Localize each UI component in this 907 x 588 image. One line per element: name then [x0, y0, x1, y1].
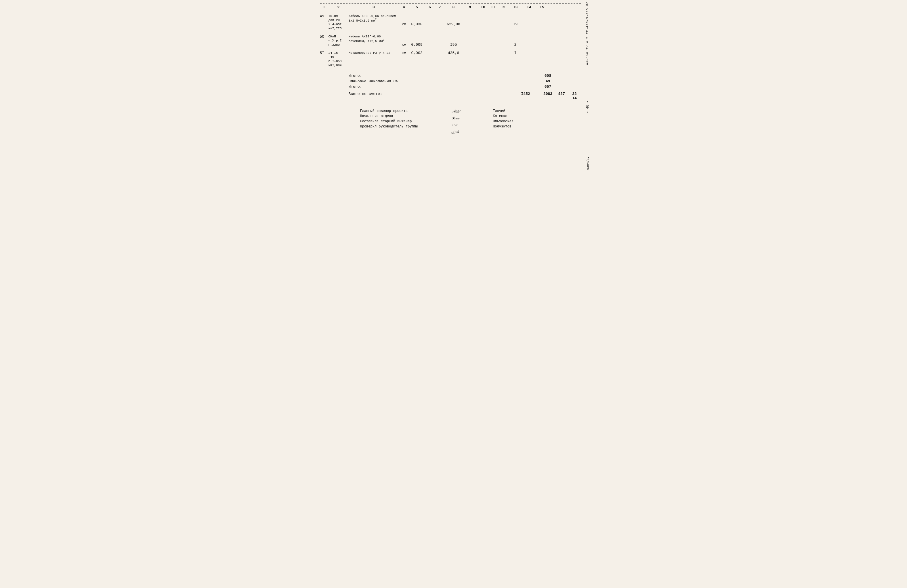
- summary-itogo1: Итого: 608: [320, 73, 581, 79]
- sig-name-3: Ольховская: [493, 119, 513, 123]
- sig-role-2: Начальник отдела: [360, 114, 418, 118]
- separator-thick: [320, 71, 581, 71]
- table-row: 5I 24-I6- -49 п.I-053 к=I,089 Металлорук…: [320, 50, 581, 68]
- sig-hw-3: лос.: [452, 123, 459, 128]
- sig-hw-1: 𝒩𝒾𝓉𝒹: [451, 109, 460, 115]
- table-row: 49 I5-09 доп.20 т.4-052 к=I,II5 Кабель К…: [320, 13, 581, 31]
- row-name: Кабель АКВВГ-0,66 сечением, 4+2,5 мм2: [349, 35, 399, 43]
- row-ref: I5-09 доп.20 т.4-052 к=I,II5: [329, 14, 349, 30]
- summary-vsego-c13: 2083: [541, 92, 555, 100]
- sig-role-1: Главный инженер проекта: [360, 109, 418, 113]
- col-header-9: 9: [462, 5, 478, 10]
- row-c13: I: [508, 51, 523, 55]
- col-header-1: I: [320, 5, 329, 10]
- row-c5: 0,030: [409, 14, 425, 26]
- sig-role-3: Составила старший инженер: [360, 119, 418, 123]
- summary-itogo2-val: 657: [541, 85, 555, 89]
- row-unit: км: [399, 51, 409, 55]
- col-header-11: II: [488, 5, 498, 10]
- col-header-5: 5: [409, 5, 425, 10]
- summary-itogo2-label: Итого:: [349, 85, 431, 89]
- col-header-2: 2: [329, 5, 349, 10]
- summary-vsego-label: Всего по смете:: [349, 92, 431, 100]
- summary-label: Итого:: [349, 74, 431, 78]
- sig-name-4: Полуэктов: [493, 125, 513, 128]
- summary-vsego-c14: 427: [555, 92, 568, 100]
- row-num: 5I: [320, 51, 329, 55]
- row-unit: км: [399, 14, 409, 26]
- row-unit: км: [399, 35, 409, 47]
- summary-planned-label: Плановые накопления 8%: [349, 79, 431, 83]
- page-num-bottom: 9394/17: [586, 157, 590, 170]
- col-header-12: I2: [498, 5, 508, 10]
- row-c5: 0,009: [409, 35, 425, 47]
- sig-role-4: Проверил руководитель группы: [360, 125, 418, 128]
- col-header-14: I4: [523, 5, 536, 10]
- row-c13: 2: [508, 35, 523, 47]
- sig-signatures-block: 𝒩𝒾𝓉𝒹 𝒫𝓇𝓊𝒶 лос. oBud: [435, 109, 476, 136]
- doc-number: ТР-403-3-085.86: [586, 2, 589, 34]
- summary-itogo2: Итого: 657: [320, 84, 581, 90]
- column-header-row: I 2 3 4 5 6 7 8 9 IO II I2 I3 I4 I5: [320, 3, 581, 11]
- col-header-10: IO: [478, 5, 488, 10]
- table-row: 50 СНиП ч.У р.I п.2280 Кабель АКВВГ-0,66…: [320, 34, 581, 48]
- summary-planned: Плановые накопления 8% 49: [320, 79, 581, 84]
- col-header-6: 6: [425, 5, 435, 10]
- album-label: Альбом IV ч.5: [586, 37, 589, 65]
- col-header-8: 8: [445, 5, 462, 10]
- side-label-top: ТР-403-3-085.86 Альбом IV ч.5: [585, 0, 590, 178]
- summary-planned-val: 49: [541, 79, 555, 83]
- row-name: Металлорукав РЗ-у-х-32: [349, 51, 399, 55]
- signature-section: Главный инженер проекта Начальник отдела…: [360, 109, 587, 136]
- col-header-3: 3: [349, 5, 399, 10]
- row-ref: СНиП ч.У р.I п.2280: [329, 35, 349, 47]
- sig-names: Топчий Котенко Ольховская Полуэктов: [493, 109, 513, 136]
- row-c8: I95: [445, 35, 462, 47]
- sig-name-2: Котенко: [493, 114, 513, 118]
- row-num: 50: [320, 35, 329, 39]
- summary-vsego: Всего по смете: I452 2083 427 32 I4: [320, 91, 581, 101]
- row-c8: 629,98: [445, 14, 462, 26]
- sig-name-1: Топчий: [493, 109, 513, 113]
- sig-hw-2: 𝒫𝓇𝓊𝒶: [451, 116, 459, 122]
- document-page: ТР-403-3-085.86 Альбом IV ч.5 I 2 3 4 5 …: [317, 0, 590, 178]
- col-header-7: 7: [435, 5, 445, 10]
- summary-itogo1-val: 608: [541, 74, 555, 78]
- sig-hw-4: oBud: [451, 130, 460, 136]
- col-header-15: I5: [536, 5, 548, 10]
- page-side-label: - 46 -: [586, 101, 590, 113]
- row-c13: I9: [508, 14, 523, 26]
- summary-section: Итого: 608 Плановые накопления 8%: [320, 73, 581, 101]
- summary-vsego-c11: I452: [521, 92, 531, 100]
- row-ref: 24-I6- -49 п.I-053 к=I,089: [329, 51, 349, 67]
- row-name: Кабель КПСН-0,66 сечением 3х2,5+IхI,5 мм…: [349, 14, 399, 23]
- col-header-13: I3: [508, 5, 523, 10]
- row-num: 49: [320, 14, 329, 18]
- row-c5: С,003: [409, 51, 425, 55]
- summary-vsego-c15: 32 I4: [568, 92, 581, 100]
- row-c8: 435,6: [445, 51, 462, 55]
- sig-labels: Главный инженер проекта Начальник отдела…: [360, 109, 418, 136]
- col-header-4: 4: [399, 5, 409, 10]
